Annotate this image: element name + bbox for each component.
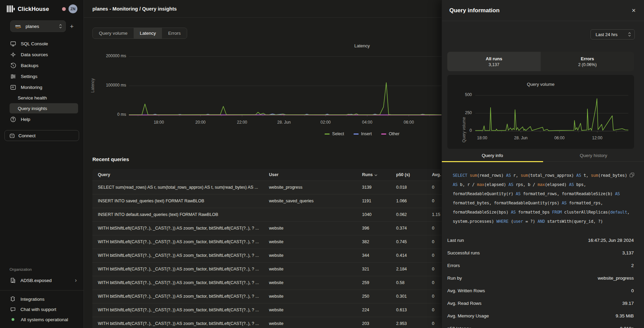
table-row[interactable]: WITH bitShiftLeft(CAST(?..), _CAST(?..))… (92, 221, 469, 235)
table-cell: 0.018 (391, 181, 426, 194)
segment-errors[interactable]: Errors 2 (0.06%) (541, 52, 634, 71)
sql-line: AS b, r / max(elapsed) AS rps, b / max(e… (453, 180, 637, 189)
sql-code: SELECT sum(read_rows) AS r, sum(total_ro… (453, 171, 637, 226)
column-header[interactable]: Runs (357, 169, 391, 181)
close-icon[interactable]: ✕ (631, 8, 636, 13)
sql-line: formatReadableQuantity(r) AS formatted_r… (453, 189, 637, 199)
sidebar-item-settings[interactable]: Settings (0, 71, 84, 82)
table-cell: WITH bitShiftLeft(CAST(?..), _CAST(?..))… (92, 317, 264, 328)
sidebar-item-backups[interactable]: Backups (0, 60, 84, 71)
sidebar-divider (0, 290, 84, 291)
tab-errors[interactable]: Errors (162, 28, 187, 38)
y-tick-label: 250 (454, 110, 472, 115)
recent-queries-table: QueryUserRunsp50 (s)Avg. SELECT sum(read… (92, 169, 469, 328)
footer-item-label: Chat with support (20, 307, 56, 312)
data-sources-icon (10, 52, 16, 58)
sidebar-item-data-sources[interactable]: Data sources (0, 49, 84, 60)
sidebar-item-integrations[interactable]: Integrations (0, 294, 84, 304)
table-row[interactable]: WITH bitShiftLeft(CAST(?..), _CAST(?..))… (92, 276, 469, 290)
table-cell: WITH bitShiftLeft(CAST(?..), _CAST(?..))… (92, 235, 264, 249)
sidebar-item-monitoring[interactable]: Monitoring (0, 82, 84, 93)
svg-text:aws: aws (15, 24, 21, 27)
organization-name: ADSB.exposed (20, 278, 52, 283)
table-cell: INSERT INTO saved_queries (text) FORMAT … (92, 194, 264, 208)
legend-item-select[interactable]: Select (325, 131, 344, 136)
x-tick-label: 12:00 (585, 136, 609, 140)
table-row[interactable]: WITH bitShiftLeft(CAST(?..), _CAST(?..))… (92, 303, 469, 317)
sidebar-item-chat-support[interactable]: Chat with support (0, 304, 84, 314)
avatar[interactable]: ZN (69, 4, 77, 13)
organization-row[interactable]: ADSB.exposed › (0, 275, 84, 286)
tab-query-history[interactable]: Query history (543, 149, 644, 161)
y-tick-label: 500 (454, 92, 472, 97)
connect-label: Connect (18, 133, 35, 138)
y-tick-label: 0 (454, 128, 472, 133)
sidebar-subitem-label: Service health (18, 95, 47, 100)
system-status[interactable]: All systems operational (0, 314, 84, 325)
status-label: All systems operational (21, 317, 68, 322)
table-row[interactable]: WITH bitShiftLeft(CAST(?..), _CAST(?..))… (92, 249, 469, 262)
chat-icon (10, 307, 16, 312)
table-row[interactable]: WITH bitShiftLeft(CAST(?..), _CAST(?..))… (92, 235, 469, 249)
table-cell: WITH bitShiftLeft(CAST(?..), _CAST(?..))… (92, 276, 264, 290)
table-cell: WITH bitShiftLeft(CAST(?..), _CAST(?..))… (92, 249, 264, 262)
connect-button[interactable]: Connect (4, 130, 79, 141)
sidebar-subitem-label: Query insights (18, 106, 47, 111)
sidebar-item-sql-console[interactable]: SQL Console (0, 38, 84, 49)
table-row[interactable]: INSERT INTO saved_queries (text) FORMAT … (92, 194, 469, 208)
x-tick-label: 06:00 (397, 120, 421, 125)
service-select[interactable]: aws planes (10, 20, 66, 32)
table-cell: website (264, 317, 357, 328)
copy-icon[interactable] (629, 172, 634, 177)
table-cell: 321 (357, 262, 391, 276)
add-service-button[interactable]: + (70, 23, 74, 30)
table-row[interactable]: WITH bitShiftLeft(CAST(?..), _CAST(?..))… (92, 317, 469, 328)
sidebar-item-query-insights[interactable]: Query insights (10, 103, 78, 113)
segment-all-runs[interactable]: All runs 3,137 (447, 52, 541, 71)
table-cell: website_saved_queries (264, 194, 357, 208)
table-cell: WITH bitShiftLeft(CAST(?..), _CAST(?..))… (92, 221, 264, 235)
table-row[interactable]: INSERT INTO default.saved_queries (text)… (92, 208, 469, 221)
table-cell: WITH bitShiftLeft(CAST(?..), _CAST(?..))… (92, 262, 264, 276)
sidebar: ClickHouse ZN aws planes + SQL Console (0, 0, 84, 328)
table-cell: website (264, 276, 357, 290)
notification-dot-icon[interactable] (62, 7, 66, 11)
backups-icon (10, 63, 16, 68)
table-row[interactable]: SELECT sum(read_rows) AS r, sum(total_ro… (92, 181, 469, 194)
y-axis-ticks: 0250500 (454, 92, 472, 135)
sql-console-icon (10, 41, 16, 47)
clickhouse-logo-icon (7, 5, 15, 12)
sidebar-item-label: SQL Console (21, 41, 48, 46)
table-cell: 396 (357, 221, 391, 235)
organization-section-label: Organization (10, 267, 84, 271)
tab-latency[interactable]: Latency (134, 28, 162, 38)
table-row[interactable]: WITH bitShiftLeft(CAST(?..), _CAST(?..))… (92, 262, 469, 276)
stat-value: 2 (631, 263, 634, 268)
table-row[interactable]: WITH bitShiftLeft(CAST(?..), _CAST(?..))… (92, 290, 469, 303)
column-header[interactable]: p50 (s) (391, 169, 426, 181)
table-cell: website (264, 235, 357, 249)
sidebar-item-label: Monitoring (21, 85, 42, 90)
column-header[interactable]: Query (92, 169, 264, 181)
legend-item-other[interactable]: Other (381, 131, 399, 136)
recent-queries-title: Recent queries (92, 156, 129, 162)
column-header[interactable]: User (264, 169, 357, 181)
table-cell: 0.374 (391, 221, 426, 235)
table-cell: 344 (357, 249, 391, 262)
sql-line: formatReadableSize(bps) AS formatted_bps… (453, 208, 637, 217)
stat-label: Run by (447, 276, 462, 281)
stat-value: 9.35 MiB (616, 313, 634, 318)
legend-dash-icon (381, 134, 386, 135)
time-range-select[interactable]: Last 24 hrs (590, 29, 635, 40)
sidebar-item-help[interactable]: Help (0, 114, 84, 125)
chevron-right-icon: › (75, 277, 77, 283)
table-cell: 382 (357, 235, 391, 249)
x-tick-label: 06:00 (548, 136, 571, 140)
connect-icon (10, 133, 15, 138)
stat-value: 39.17 (622, 301, 634, 306)
tab-query-info[interactable]: Query info (442, 149, 543, 161)
legend-item-insert[interactable]: Insert (354, 131, 372, 136)
organization-icon (10, 278, 16, 283)
sidebar-item-service-health[interactable]: Service health (0, 93, 84, 103)
tab-query-volume[interactable]: Query volume (93, 28, 134, 38)
